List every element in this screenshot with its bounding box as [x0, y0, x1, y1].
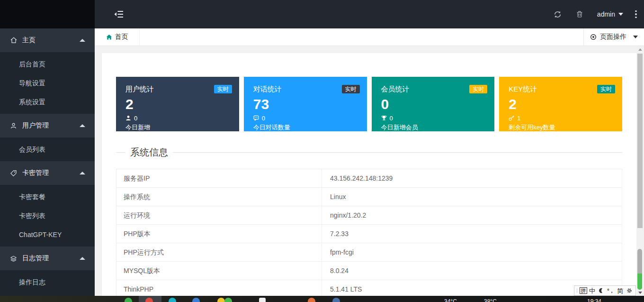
stat-sub-value: 0 — [262, 115, 265, 122]
more-options-icon[interactable] — [630, 0, 642, 28]
gear-icon[interactable] — [625, 288, 634, 293]
realtime-badge: 实时 — [469, 85, 487, 93]
stat-sub-value: 1 — [517, 115, 520, 122]
scrollbar[interactable] — [636, 46, 644, 296]
stat-title: 用户统计 — [125, 85, 154, 94]
scroll-down-arrow[interactable] — [638, 292, 642, 294]
stat-value: 2 — [509, 97, 615, 111]
taskbar-app-icon[interactable] — [224, 298, 232, 302]
chevron-down-icon — [633, 36, 638, 38]
sidebar-submenu: 会员列表 — [0, 137, 95, 161]
user-menu[interactable]: admin — [590, 0, 630, 28]
stat-caption: 剩余可用key数量 — [509, 123, 615, 132]
sidebar-group-cards[interactable]: 卡密管理 — [0, 161, 95, 185]
sidebar-item-operation-log[interactable]: 操作日志 — [0, 273, 95, 292]
logo-area — [0, 0, 95, 28]
sidebar-item-system-settings[interactable]: 系统设置 — [0, 92, 95, 111]
sidebar-group-logs[interactable]: 日志管理 — [0, 247, 95, 270]
taskbar-app-icon[interactable] — [169, 298, 176, 302]
sidebar-group-label: 卡密管理 — [22, 169, 49, 177]
scrollbar-thumb[interactable] — [637, 54, 643, 228]
taskbar-temp-2: 38°C — [484, 298, 497, 302]
chevron-up-icon — [80, 39, 85, 42]
sidebar-item-member-list[interactable]: 会员列表 — [0, 140, 95, 159]
tab-home-label: 首页 — [115, 33, 128, 41]
drag-handle-icon[interactable]: ⁞ — [576, 288, 578, 293]
ime-toolbar: ⁞ 拼 中 °， 简 — [574, 285, 636, 296]
ime-simplified[interactable]: 简 — [616, 288, 625, 294]
table-row: MYSQL版本 8.0.24 — [116, 262, 622, 280]
sidebar-item-card-packages[interactable]: 卡密套餐 — [0, 187, 95, 206]
realtime-badge: 实时 — [342, 85, 360, 93]
stat-card-keys: KEY统计 实时 2 1 剩余可用key数量 — [499, 77, 622, 131]
row-label: ThinkPHP — [116, 280, 322, 296]
row-label: PHP版本 — [116, 225, 322, 243]
table-row: PHP版本 7.2.33 — [116, 225, 622, 243]
realtime-badge: 实时 — [597, 85, 615, 93]
row-label: MYSQL版本 — [116, 262, 322, 280]
stat-cards-row: 用户统计 实时 2 0 今日新增 对话统计 实时 73 — [116, 77, 622, 131]
scroll-up-arrow[interactable] — [638, 48, 642, 51]
tab-home[interactable]: 首页 — [95, 28, 140, 46]
refresh-icon[interactable] — [547, 0, 569, 28]
stat-title: 对话统计 — [253, 85, 282, 94]
user-icon — [9, 122, 18, 130]
table-row: PHP运行方式 fpm-fcgi — [116, 243, 622, 262]
table-row: 运行环境 nginx/1.20.2 — [116, 206, 622, 225]
sidebar-group-home[interactable]: 主页 — [0, 28, 95, 52]
collapse-menu-icon[interactable] — [114, 9, 124, 19]
sidebar-submenu: 后台首页 导航设置 系统设置 — [0, 52, 95, 114]
taskbar-app-icon[interactable] — [217, 298, 225, 302]
ime-pinyin-logo[interactable]: 拼 — [580, 287, 587, 294]
sidebar-group-label: 日志管理 — [22, 254, 49, 263]
sidebar-item-chatgpt-key[interactable]: ChatGPT-KEY — [0, 225, 95, 244]
stat-value: 0 — [381, 97, 488, 111]
chevron-up-icon — [80, 257, 85, 260]
row-value: fpm-fcgi — [322, 243, 622, 261]
stat-title: 会员统计 — [381, 85, 410, 94]
sidebar-group-users[interactable]: 用户管理 — [0, 114, 95, 137]
taskbar-app-icon[interactable] — [192, 298, 200, 302]
sidebar-item-nav-settings[interactable]: 导航设置 — [0, 73, 95, 92]
taskbar-app-icon[interactable] — [332, 298, 340, 302]
ime-punctuation[interactable]: °， — [607, 288, 615, 293]
chevron-up-icon — [80, 124, 85, 127]
row-value: nginx/1.20.2 — [322, 206, 622, 224]
taskbar-temp-1: 34°C — [444, 298, 457, 302]
chat-icon — [253, 115, 259, 121]
row-label: PHP运行方式 — [116, 243, 322, 261]
sidebar-group-label: 主页 — [22, 36, 36, 45]
stat-sub-value: 0 — [390, 115, 393, 122]
taskbar-app-icon[interactable] — [145, 298, 153, 302]
inner-scrollbar-thumb[interactable] — [637, 249, 642, 290]
taskbar-app-icon[interactable] — [259, 298, 266, 302]
stat-caption: 今日新增 — [125, 123, 232, 132]
taskbar-clock: 19:34 — [587, 298, 601, 302]
stat-caption: 今日新增会员 — [381, 123, 488, 132]
row-label: 服务器IP — [116, 169, 322, 187]
windows-taskbar: 34°C 38°C 19:34 — [0, 296, 644, 302]
sidebar-item-card-list[interactable]: 卡密列表 — [0, 206, 95, 225]
trash-icon[interactable] — [569, 0, 590, 28]
stat-value: 73 — [253, 97, 360, 111]
page-actions-button[interactable]: 页面操作 — [583, 28, 644, 46]
stat-sub-value: 0 — [134, 115, 137, 122]
ime-mode-chinese[interactable]: 中 — [588, 288, 597, 294]
username-label: admin — [597, 10, 615, 18]
user-icon — [125, 115, 132, 121]
stat-card-dialogs: 对话统计 实时 73 0 今日对话数量 — [244, 77, 367, 131]
dot-circle-icon — [590, 34, 597, 40]
system-info-table: 服务器IP 43.156.242.148:1239 操作系统 Linux 运行环… — [116, 169, 622, 296]
trophy-icon — [381, 115, 387, 121]
taskbar-app-icon[interactable] — [308, 298, 315, 302]
taskbar-app-icon[interactable] — [125, 298, 132, 302]
section-title: 系统信息 — [125, 146, 173, 159]
row-value: Linux — [322, 188, 622, 206]
stat-caption: 今日对话数量 — [253, 123, 360, 132]
chevron-up-icon — [80, 172, 85, 174]
sidebar-group-label: 用户管理 — [22, 121, 49, 130]
row-value: 8.0.24 — [322, 262, 622, 280]
section-divider: 系统信息 — [116, 152, 622, 153]
sidebar-item-admin-home[interactable]: 后台首页 — [0, 55, 95, 73]
moon-icon[interactable] — [597, 288, 606, 293]
